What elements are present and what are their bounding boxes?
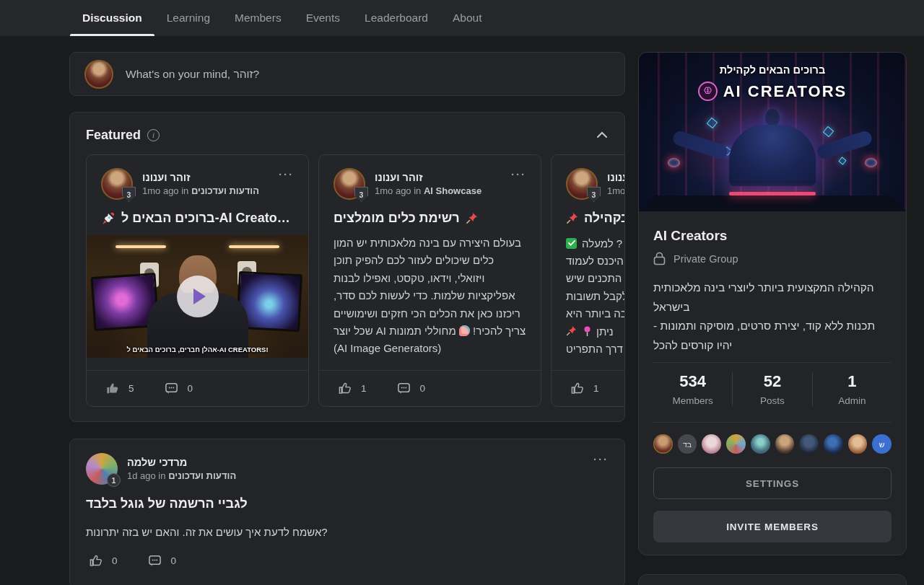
- post-title[interactable]: לגביי הרשמה של גוגל בלבד: [86, 496, 248, 511]
- level-badge: 1: [107, 473, 121, 487]
- stat-members[interactable]: 534Members: [653, 372, 732, 406]
- author-avatar[interactable]: 3: [101, 168, 133, 200]
- post-composer[interactable]: What's on your mind, זוהר?: [69, 52, 625, 96]
- settings-button[interactable]: SETTINGS: [653, 467, 892, 499]
- lock-icon: [653, 252, 666, 265]
- round-pin-icon: [583, 326, 591, 337]
- like-count: 0: [112, 555, 118, 566]
- group-banner[interactable]: ברוכים הבאים לקהילת AI CREATORS: [639, 53, 906, 211]
- comment-count: 0: [171, 555, 177, 566]
- stat-posts[interactable]: 52Posts: [732, 372, 811, 406]
- level-badge: 3: [122, 187, 136, 202]
- like-count: 5: [128, 383, 134, 394]
- current-user-avatar[interactable]: [84, 60, 113, 89]
- feed-column: What's on your mind, זוהר? Featured i 3 …: [69, 52, 625, 585]
- chevron-up-icon[interactable]: [596, 131, 609, 139]
- post-title[interactable]: ברוכים הבאים ל-AI Creators Community: [121, 211, 294, 226]
- invite-members-button[interactable]: INVITE MEMBERS: [653, 511, 892, 542]
- rocket-icon: [101, 211, 116, 226]
- author-avatar[interactable]: 3: [334, 168, 365, 200]
- video-caption: אהלן חברים, ברוכים הבאים ל-AI CREATORS!: [87, 346, 308, 353]
- comment-count: 0: [188, 383, 193, 394]
- level-badge: 3: [354, 187, 368, 202]
- play-button[interactable]: [177, 276, 219, 317]
- palette-icon: [459, 325, 470, 336]
- like-button[interactable]: 1: [338, 382, 367, 395]
- check-icon: [566, 238, 577, 249]
- author-avatar[interactable]: 1: [86, 453, 118, 485]
- video-thumbnail[interactable]: אהלן חברים, ברוכים הבאים ל-AI CREATORS!: [87, 235, 308, 358]
- banner-figure: [765, 109, 780, 126]
- member-avatar[interactable]: ש: [872, 434, 892, 454]
- light-bar: [229, 245, 279, 248]
- group-sidebar: ברוכים הבאים לקהילת AI CREATORS AI Creat…: [638, 52, 907, 585]
- featured-post-card[interactable]: 3 זוהר וענונו 1mo ago in AI Showcase ···…: [318, 154, 541, 407]
- more-options-icon[interactable]: ···: [593, 453, 609, 465]
- banner-brand-text: AI CREATORS: [723, 82, 847, 101]
- comment-count: 0: [420, 383, 426, 394]
- author-avatar[interactable]: 3: [566, 168, 598, 200]
- featured-cards-row: 3 זוהר וענונו 1mo ago in הודעות ועדכונים…: [86, 154, 624, 407]
- post-body: בעולם היצירה עם בינה מלאכותית יש המון כל…: [319, 234, 541, 358]
- post-body: למעלה ? היכנס לעמוד התכנים שיש לקבל תשוב…: [552, 234, 624, 358]
- author-name[interactable]: מרדכי שלמה: [127, 457, 584, 468]
- level-badge: 3: [587, 187, 601, 202]
- member-avatar[interactable]: [848, 434, 868, 454]
- member-avatar[interactable]: [653, 434, 673, 454]
- banner-keyboard-glow: [729, 192, 816, 195]
- member-avatar[interactable]: [824, 434, 843, 454]
- group-stats: 534Members 52Posts 1Admin: [653, 363, 892, 415]
- leaderboard-card: Leaderboard (30-days): [638, 574, 907, 585]
- member-avatar[interactable]: בד: [678, 434, 697, 454]
- author-name[interactable]: זוהר וענונו: [607, 172, 624, 183]
- light-bar: [116, 245, 166, 248]
- member-avatar[interactable]: [799, 434, 819, 454]
- post-category[interactable]: הודעות ועדכונים: [191, 185, 259, 196]
- member-avatar[interactable]: [702, 434, 721, 454]
- more-options-icon[interactable]: ···: [511, 168, 526, 180]
- group-tab-bar: Discussion Learning Members Events Leade…: [0, 0, 924, 37]
- info-icon[interactable]: i: [147, 129, 160, 141]
- like-button[interactable]: 0: [89, 554, 118, 568]
- post-timestamp: 1mo ago in: [375, 185, 421, 196]
- comment-button[interactable]: 0: [165, 382, 193, 395]
- group-name: AI Creators: [653, 228, 892, 244]
- featured-post-card[interactable]: 3 זוהר וענונו 1mo ago in הודעות ועדכונים…: [551, 154, 624, 407]
- tab-leaderboard[interactable]: Leaderboard: [352, 0, 440, 36]
- post-body: אשמח לדעת איך עושים את זה. והאם יש בזה י…: [86, 524, 609, 541]
- post-title[interactable]: איך לנווט בקהילה: [584, 211, 624, 226]
- like-count: 1: [593, 383, 599, 394]
- stat-admins[interactable]: 1Admin: [812, 372, 892, 406]
- author-name[interactable]: זוהר וענונו: [142, 172, 269, 183]
- member-avatar[interactable]: [775, 434, 795, 454]
- feed-post[interactable]: 1 מרדכי שלמה 1d ago in הודעות ועדכונים ·…: [69, 439, 625, 585]
- post-category[interactable]: AI Showcase: [424, 185, 481, 196]
- tab-discussion[interactable]: Discussion: [70, 0, 154, 36]
- member-avatar[interactable]: [726, 434, 746, 454]
- composer-placeholder: What's on your mind, זוהר?: [126, 68, 259, 81]
- group-info-card: ברוכים הבאים לקהילת AI CREATORS AI Creat…: [638, 52, 907, 555]
- tab-members[interactable]: Members: [222, 0, 294, 36]
- post-title[interactable]: רשימת כלים מומלצים: [334, 211, 460, 226]
- post-category[interactable]: הודעות ועדכונים: [168, 470, 236, 481]
- comment-button[interactable]: 0: [397, 382, 426, 395]
- more-options-icon[interactable]: ···: [279, 168, 294, 180]
- featured-section: Featured i 3 זוהר וענונו 1mo ago in הודע…: [69, 112, 625, 422]
- tab-events[interactable]: Events: [294, 0, 352, 36]
- pushpin-icon: [466, 212, 478, 224]
- member-avatars-row: בד ש: [653, 434, 892, 454]
- member-avatar[interactable]: [751, 434, 770, 454]
- brain-icon: [698, 82, 718, 101]
- post-timestamp: 1mo ago in: [607, 185, 624, 196]
- author-name[interactable]: זוהר וענונו: [375, 172, 502, 183]
- featured-post-card[interactable]: 3 זוהר וענונו 1mo ago in הודעות ועדכונים…: [86, 154, 309, 407]
- like-button[interactable]: 1: [570, 382, 599, 395]
- featured-title: Featured: [86, 128, 141, 143]
- comment-button[interactable]: 0: [148, 554, 177, 568]
- like-button[interactable]: 5: [105, 382, 134, 395]
- tab-learning[interactable]: Learning: [154, 0, 222, 36]
- group-description: הקהילה המקצועית ביותר ליוצרי בינה מלאכות…: [653, 278, 892, 355]
- divider: [653, 422, 892, 423]
- banner-welcome-text: ברוכים הבאים לקהילת: [639, 64, 906, 76]
- tab-about[interactable]: About: [440, 0, 494, 36]
